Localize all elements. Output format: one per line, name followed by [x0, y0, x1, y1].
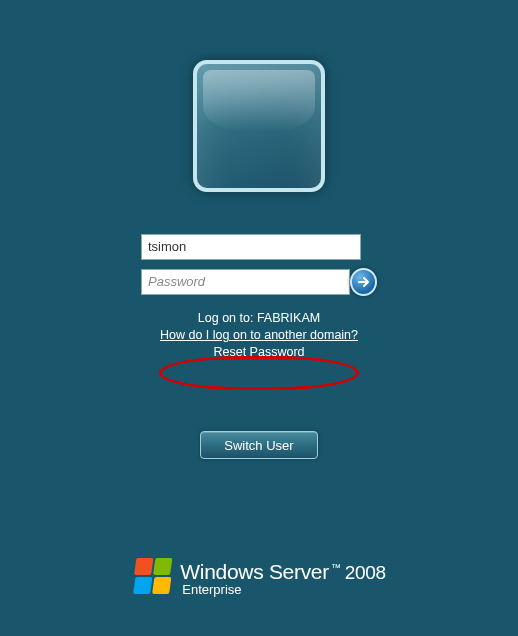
windows-logo-icon — [132, 558, 172, 598]
os-branding: Windows Server™2008 Enterprise — [132, 558, 385, 598]
user-avatar-tile — [193, 60, 325, 192]
reset-password-link[interactable]: Reset Password — [141, 344, 377, 361]
login-form: tsimon Password Log on to: FABRIKAM How … — [141, 234, 377, 361]
logon-domain-label: Log on to: FABRIKAM — [141, 310, 377, 327]
login-screen: tsimon Password Log on to: FABRIKAM How … — [0, 0, 518, 459]
password-input[interactable]: Password — [141, 269, 350, 295]
submit-arrow-button[interactable] — [350, 268, 377, 296]
product-edition: Enterprise — [182, 582, 385, 597]
product-name: Windows Server — [180, 560, 329, 583]
login-hints: Log on to: FABRIKAM How do I log on to a… — [141, 310, 377, 361]
product-year: 2008 — [345, 562, 386, 583]
other-domain-link[interactable]: How do I log on to another domain? — [141, 327, 377, 344]
password-row: Password — [141, 268, 377, 296]
branding-text: Windows Server™2008 Enterprise — [180, 560, 385, 597]
switch-user-button[interactable]: Switch User — [200, 431, 318, 459]
arrow-right-icon — [357, 275, 371, 289]
username-input[interactable]: tsimon — [141, 234, 361, 260]
